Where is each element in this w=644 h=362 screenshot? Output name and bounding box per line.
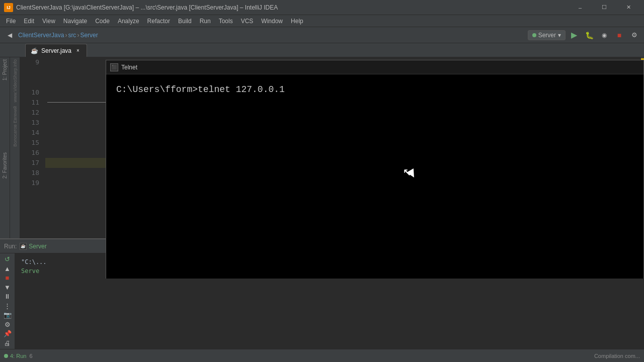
sidebar-label-project[interactable]: 1: Project: [1, 57, 9, 82]
run-config-selector[interactable]: Server ▾: [528, 30, 566, 40]
menu-code[interactable]: Code: [91, 17, 114, 26]
telnet-icon: ⬛: [110, 63, 118, 71]
settings-button[interactable]: ⚙: [628, 29, 641, 42]
run-path-text: "C:\...: [21, 258, 47, 265]
pause-button[interactable]: ⏸: [2, 293, 13, 301]
toolbar: ◀ ClientServerJava › src › Server Server…: [0, 27, 644, 43]
telnet-titlebar: ⬛ Telnet: [106, 60, 643, 74]
restart-button[interactable]: ↺: [2, 255, 13, 263]
run-config-dot: [532, 33, 536, 37]
run-label: Run:: [4, 243, 17, 250]
editor-area[interactable]: 9 while (true) { 10 Socket clientSocket …: [20, 57, 644, 279]
run-controls-sidebar: ↺ ▲ ■ ▼ ⏸ ⋮ 📷 ⚙ 📌 🖨: [0, 253, 15, 349]
filter-button[interactable]: ⋮: [2, 302, 13, 310]
telnet-title: Telnet: [121, 64, 137, 71]
tab-bar: ☕ Server.java ×: [0, 43, 644, 57]
file-tab-close[interactable]: ×: [74, 47, 82, 54]
maximize-button[interactable]: ☐: [593, 1, 616, 15]
breadcrumb-file[interactable]: Server: [80, 32, 98, 39]
scroll-up-button[interactable]: ▲: [2, 265, 13, 273]
mouse-cursor: [407, 168, 418, 179]
breadcrumb-project[interactable]: ClientServerJava: [18, 32, 64, 39]
menu-navigate[interactable]: Navigate: [59, 17, 91, 26]
menu-view[interactable]: View: [38, 17, 59, 26]
app-icon: IJ: [4, 3, 13, 12]
side-text-videosharp: www.VideoSharp.info: [13, 57, 18, 104]
settings-run-button[interactable]: ⚙: [2, 321, 13, 329]
menu-analyze[interactable]: Analyze: [114, 17, 143, 26]
side-text-name: Волосатов Евгений: [13, 104, 18, 149]
telnet-content[interactable]: C:\Users\fform>telnet 127.0.0.1 ↖: [106, 74, 643, 279]
run-status-dot: [4, 354, 8, 358]
menu-edit[interactable]: Edit: [20, 17, 38, 26]
status-bar: 4: Run 6 Compilation com...: [0, 349, 644, 362]
serve-text: Serve: [21, 267, 39, 275]
menu-refactor[interactable]: Refactor: [143, 17, 174, 26]
stop-run-button[interactable]: ■: [2, 274, 13, 282]
pin-button[interactable]: 📌: [2, 330, 13, 338]
window-title: ClientServerJava [G:\java\ClientServerJa…: [16, 4, 566, 11]
run-tab-icon: ☕: [20, 243, 27, 250]
breadcrumb: ClientServerJava › src › Server: [18, 32, 526, 39]
menu-help[interactable]: Help: [287, 17, 307, 26]
compilation-status: Compilation com...: [594, 353, 640, 359]
minimize-button[interactable]: –: [569, 1, 592, 15]
window-controls: – ☐ ✕: [569, 1, 640, 15]
file-tab-name: Server.java: [41, 47, 71, 54]
camera-button[interactable]: 📷: [2, 311, 13, 319]
stop-button[interactable]: ■: [613, 29, 626, 42]
run-server-tab[interactable]: ☕ Server: [20, 243, 46, 250]
toolbar-right: Server ▾ ▶ 🐛 ◉ ■ ⚙: [528, 29, 641, 42]
status-left: 4: Run 6: [4, 353, 33, 359]
debug-button[interactable]: 🐛: [583, 29, 596, 42]
title-bar: IJ ClientServerJava [G:\java\ClientServe…: [0, 0, 644, 15]
breadcrumb-src[interactable]: src: [68, 32, 76, 39]
telnet-prompt: C:\Users\fform>telnet 127.0.0.1: [116, 84, 633, 95]
log-tab-label[interactable]: 6: [29, 353, 32, 359]
menu-build[interactable]: Build: [174, 17, 196, 26]
menu-vcs[interactable]: VCS: [237, 17, 258, 26]
telnet-window[interactable]: ⬛ Telnet C:\Users\fform>telnet 127.0.0.1…: [106, 60, 644, 279]
run-config-label: Server: [538, 32, 556, 39]
run-config-arrow: ▾: [558, 32, 561, 39]
scroll-down-button[interactable]: ▼: [2, 284, 13, 292]
menu-file[interactable]: File: [2, 17, 20, 26]
file-tab-server[interactable]: ☕ Server.java ×: [25, 44, 87, 57]
close-button[interactable]: ✕: [617, 1, 640, 15]
menu-bar: File Edit View Navigate Code Analyze Ref…: [0, 15, 644, 27]
menu-window[interactable]: Window: [257, 17, 287, 26]
back-button[interactable]: ◀: [3, 29, 16, 42]
menu-run[interactable]: Run: [196, 17, 215, 26]
menu-tools[interactable]: Tools: [215, 17, 237, 26]
run-button[interactable]: ▶: [568, 29, 581, 42]
file-tab-icon: ☕: [31, 47, 38, 54]
coverage-button[interactable]: ◉: [598, 29, 611, 42]
run-tab-label: 4: Run: [10, 353, 26, 359]
run-config-name: Server: [29, 243, 46, 250]
sidebar-label-favorites[interactable]: 2: Favorites: [1, 150, 9, 180]
run-status-indicator[interactable]: 4: Run: [4, 353, 26, 359]
print-button[interactable]: 🖨: [2, 339, 13, 347]
